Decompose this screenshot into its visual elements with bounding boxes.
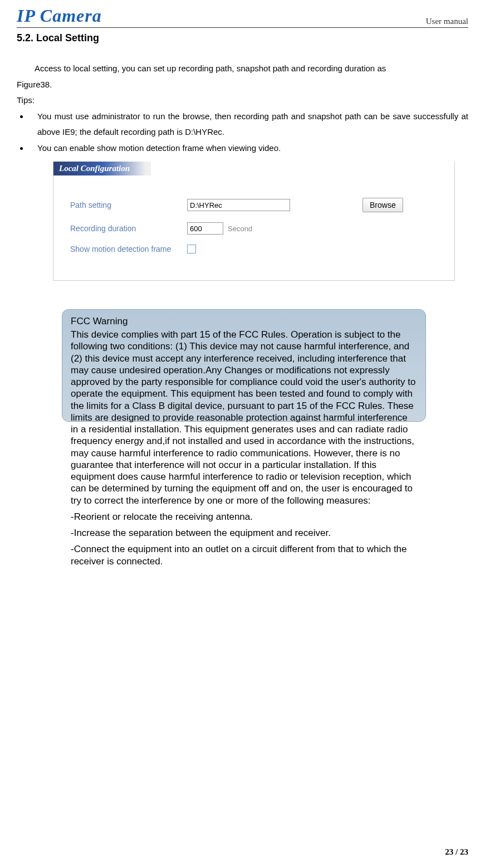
local-config-panel: Local Configuration Path setting Browse … <box>53 162 455 281</box>
browse-button[interactable]: Browse <box>362 198 403 212</box>
fcc-paragraph: This device complies with part 15 of the… <box>64 329 424 506</box>
tip-item: You can enable show motion detection fra… <box>29 140 468 157</box>
tips-label: Tips: <box>17 92 468 109</box>
panel-title: Local Configuration <box>53 162 151 175</box>
section-number: 5.2. <box>17 32 33 43</box>
fcc-measure-2: -Increase the separation between the equ… <box>64 527 424 539</box>
recording-duration-row: Recording duration Second <box>70 222 443 235</box>
tip-item: You must use administrator to run the br… <box>29 109 468 140</box>
intro-line-1: Access to local setting, you can set up … <box>35 61 468 77</box>
fcc-warning-box: FCC Warning This device complies with pa… <box>64 311 424 567</box>
section-title: 5.2. Local Setting <box>17 32 468 44</box>
path-input[interactable] <box>187 199 290 211</box>
logo: IP Camera <box>17 6 102 26</box>
motion-frame-label: Show motion detection frame <box>70 245 187 253</box>
path-setting-label: Path setting <box>70 201 187 209</box>
section-name: Local Setting <box>36 32 99 43</box>
fcc-measure-3: -Connect the equipment into an outlet on… <box>64 543 424 567</box>
duration-unit: Second <box>228 225 252 233</box>
page-header: IP Camera User manual <box>17 6 468 28</box>
recording-duration-label: Recording duration <box>70 224 187 233</box>
fcc-measure-1: -Reorient or relocate the receiving ante… <box>64 511 424 523</box>
intro-line-2: Figure38. <box>17 77 468 93</box>
duration-input[interactable] <box>187 222 223 235</box>
path-setting-row: Path setting Browse <box>70 198 443 212</box>
tips-list: You must use administrator to run the br… <box>17 109 468 157</box>
header-label: User manual <box>426 17 468 26</box>
fcc-title: FCC Warning <box>64 311 424 327</box>
motion-frame-checkbox[interactable] <box>187 245 196 253</box>
panel-body: Path setting Browse Recording duration S… <box>53 175 454 280</box>
motion-frame-row: Show motion detection frame <box>70 245 443 253</box>
